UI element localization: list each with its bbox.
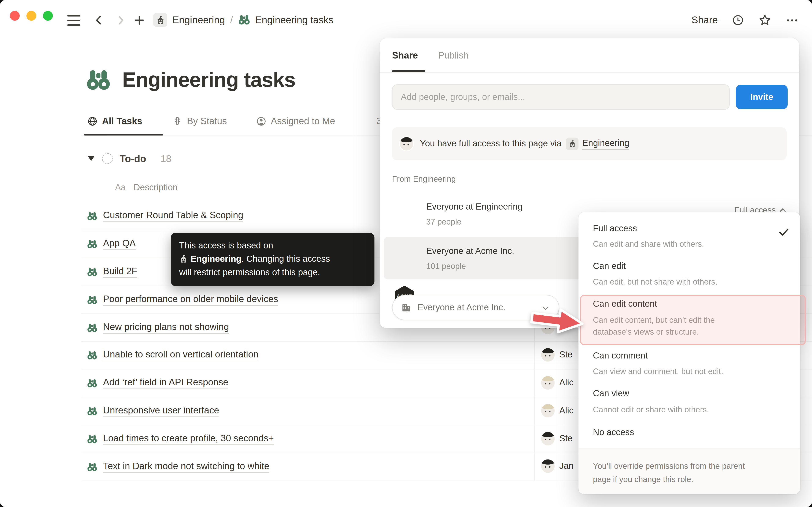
dialog-active-tab-underline <box>392 70 425 72</box>
workspace-building-icon[interactable] <box>153 13 167 27</box>
menu-footer-text: You’ll override permissions from the par… <box>593 459 755 486</box>
avatar <box>541 432 555 446</box>
share-button[interactable]: Share <box>692 14 718 26</box>
avatar <box>541 404 555 418</box>
tab-label: All Tasks <box>102 116 142 127</box>
task-title[interactable]: Poor performance on older mobile devices <box>103 294 278 306</box>
task-title[interactable]: Add ‘ref’ field in API Response <box>103 377 228 389</box>
assignee-cell[interactable]: Ste <box>541 348 583 362</box>
tooltip-page-name: Engineering <box>191 254 242 264</box>
group-row-name[interactable]: Everyone at Acme Inc. <box>426 246 514 257</box>
menu-item-full-access[interactable]: Full access <box>593 222 637 234</box>
globe-icon <box>87 116 98 127</box>
menu-item-can-view[interactable]: Can view <box>593 387 629 399</box>
page-icon-binoculars <box>86 68 111 93</box>
checkmark-icon <box>778 226 790 238</box>
access-notice-link[interactable]: Engineering <box>582 138 629 150</box>
title-property-icon: Aa <box>115 182 126 193</box>
group-name[interactable]: To-do <box>120 153 146 165</box>
workspace-building-icon <box>566 137 579 150</box>
current-user-avatar <box>400 137 413 151</box>
window-zoom-button[interactable] <box>43 11 53 21</box>
menu-item-no-access[interactable]: No access <box>593 426 634 438</box>
menu-item-can-comment[interactable]: Can comment <box>593 350 648 362</box>
binoculars-icon <box>238 14 250 26</box>
sidebar-menu-icon[interactable] <box>67 15 80 26</box>
avatar <box>541 376 555 390</box>
active-tab-underline <box>84 134 163 135</box>
assignee-cell[interactable]: Alic <box>541 404 583 418</box>
favorite-star-icon[interactable] <box>758 13 772 27</box>
status-signal-icon <box>172 116 183 127</box>
assignee-name: Jan <box>559 461 573 471</box>
menu-footer: You’ll override permissions from the par… <box>578 448 800 494</box>
nav-forward-icon[interactable] <box>114 14 127 26</box>
task-title[interactable]: Build 2F <box>103 266 137 278</box>
assignee-cell[interactable]: Ste <box>541 432 583 446</box>
row-binoculars-icon <box>87 267 97 277</box>
new-page-icon[interactable] <box>133 14 146 26</box>
window-close-button[interactable] <box>10 11 20 21</box>
breadcrumb-parent[interactable]: Engineering <box>172 14 225 25</box>
tooltip-line1: This access is based on <box>179 241 273 250</box>
task-title[interactable]: Unresponsive user interface <box>103 405 219 417</box>
dialog-tab-publish[interactable]: Publish <box>438 50 469 61</box>
menu-item-can-edit[interactable]: Can edit <box>593 260 626 272</box>
topbar-actions: Share <box>692 14 799 26</box>
breadcrumb: Engineering / Engineering tasks <box>153 13 334 27</box>
tab-by-status[interactable]: By Status <box>172 116 227 127</box>
invite-button[interactable]: Invite <box>736 85 788 109</box>
task-title[interactable]: App QA <box>103 238 136 250</box>
access-notice: You have full access to this page via En… <box>392 127 786 160</box>
menu-item-desc: Can edit, but not share with others. <box>593 276 717 287</box>
assignee-name: Alic <box>559 378 573 388</box>
window-minimize-button[interactable] <box>27 11 36 21</box>
screen: Engineering / Engineering tasks Share En… <box>0 0 812 507</box>
tooltip-line2: . Changing this access <box>242 254 330 264</box>
row-binoculars-icon <box>87 378 97 388</box>
menu-item-desc: Can view and comment, but not edit. <box>593 365 723 377</box>
assignee-cell[interactable]: Alic <box>541 376 583 390</box>
permission-dropdown: Full access Can edit and share with othe… <box>578 212 800 494</box>
row-binoculars-icon <box>87 406 97 416</box>
group-row-meta: 101 people <box>426 262 466 271</box>
group-row-acme-highlight[interactable] <box>384 237 587 279</box>
task-title[interactable]: Text in Dark mode not switching to white <box>103 461 269 473</box>
tab-label: Assigned to Me <box>271 116 335 127</box>
group-row-name[interactable]: Everyone at Engineering <box>426 202 523 212</box>
menu-item-desc: Can edit and share with others. <box>593 238 704 250</box>
row-binoculars-icon <box>87 350 97 360</box>
column-header-description[interactable]: Description <box>134 182 177 193</box>
tab-label: By Status <box>187 116 227 127</box>
annotation-highlight-can-edit-content <box>580 295 806 345</box>
app-window: Engineering / Engineering tasks Share En… <box>0 0 812 507</box>
nav-back-icon[interactable] <box>93 14 105 26</box>
dialog-tab-share[interactable]: Share <box>392 50 418 61</box>
assignee-name: Alic <box>559 406 573 416</box>
dialog-tabs-divider <box>379 72 799 73</box>
row-binoculars-icon <box>87 323 97 333</box>
breadcrumb-current[interactable]: Engineering tasks <box>255 14 334 25</box>
section-label: From Engineering <box>392 174 456 183</box>
tab-all-tasks[interactable]: All Tasks <box>87 116 142 127</box>
task-title[interactable]: Unable to scroll on vertical orientation <box>103 349 258 361</box>
group-row-meta: 37 people <box>426 217 462 227</box>
row-binoculars-icon <box>87 211 97 221</box>
more-options-icon[interactable] <box>785 14 799 26</box>
task-title[interactable]: Load times to create profile, 30 seconds… <box>103 433 273 445</box>
avatar <box>541 348 555 362</box>
tab-assigned-to-me[interactable]: Assigned to Me <box>256 116 335 127</box>
page-title: Engineering tasks <box>122 68 295 92</box>
todo-status-icon <box>102 153 113 164</box>
menu-item-desc: Cannot edit or share with others. <box>593 403 709 415</box>
assignee-cell[interactable]: Jan <box>541 459 583 473</box>
access-tooltip: This access is based on Engineering. Cha… <box>171 233 374 286</box>
access-notice-text: You have full access to this page via <box>420 138 562 149</box>
history-clock-icon[interactable] <box>732 14 744 26</box>
invite-people-input[interactable] <box>392 84 730 110</box>
task-title[interactable]: Customer Round Table & Scoping <box>103 210 243 222</box>
group-count: 18 <box>160 153 171 165</box>
group-collapse-toggle-icon[interactable] <box>88 156 95 161</box>
task-title[interactable]: New pricing plans not showing <box>103 322 229 334</box>
assignee-name: Ste <box>559 350 573 360</box>
